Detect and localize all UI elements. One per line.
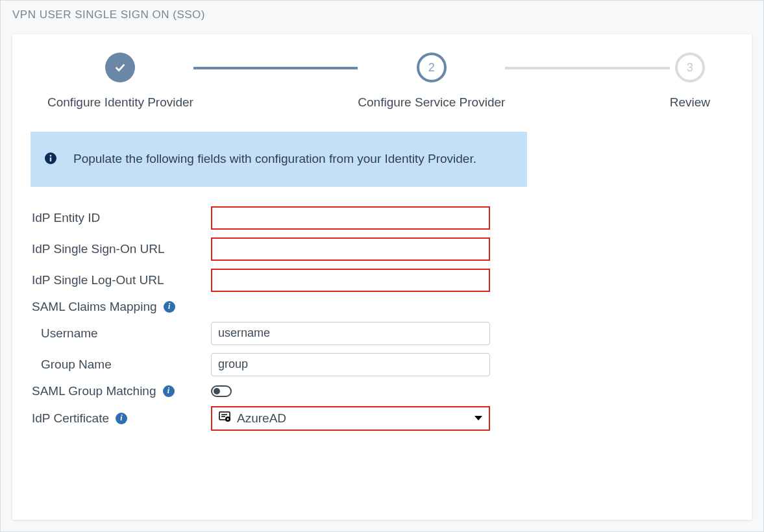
idp-sso-url-label: IdP Single Sign-On URL — [31, 242, 211, 256]
wizard-card: Configure Identity Provider 2 Configure … — [12, 34, 752, 520]
saml-group-matching-text: SAML Group Matching — [32, 384, 156, 398]
step-1[interactable]: Configure Identity Provider — [47, 53, 193, 110]
idp-certificate-text: IdP Certificate — [32, 411, 109, 426]
idp-certificate-label: IdP Certificate i — [31, 411, 211, 426]
check-icon — [113, 60, 127, 75]
step-3-label: Review — [670, 95, 710, 110]
group-name-label: Group Name — [31, 357, 211, 372]
idp-entity-id-label: IdP Entity ID — [31, 211, 211, 225]
idp-certificate-select[interactable]: AzureAD — [211, 406, 490, 431]
username-label: Username — [31, 326, 211, 341]
idp-sso-url-input[interactable] — [211, 237, 490, 261]
chevron-down-icon — [474, 416, 482, 420]
group-name-input[interactable] — [211, 353, 490, 376]
stepper: Configure Identity Provider 2 Configure … — [31, 53, 733, 110]
step-3-circle: 3 — [675, 53, 705, 82]
idp-certificate-value: AzureAD — [237, 411, 469, 426]
idp-slo-url-label: IdP Single Log-Out URL — [31, 273, 211, 287]
info-icon[interactable]: i — [164, 301, 175, 313]
step-2[interactable]: 2 Configure Service Provider — [358, 53, 505, 110]
step-2-label: Configure Service Provider — [358, 95, 505, 110]
svg-rect-2 — [50, 158, 51, 162]
certificate-icon — [219, 411, 232, 426]
info-icon[interactable]: i — [116, 413, 127, 424]
info-banner: Populate the following fields with confi… — [31, 132, 527, 187]
svg-point-1 — [50, 155, 52, 157]
sso-panel: VPN USER SINGLE SIGN ON (SSO) Configure … — [0, 0, 764, 532]
step-3[interactable]: 3 Review — [670, 53, 710, 110]
step-2-circle: 2 — [417, 53, 447, 82]
saml-group-matching-label: SAML Group Matching i — [31, 384, 211, 398]
connector-2-3 — [505, 67, 669, 69]
idp-slo-url-input[interactable] — [211, 269, 490, 292]
svg-point-7 — [227, 418, 229, 420]
saml-claims-mapping-text: SAML Claims Mapping — [32, 300, 157, 314]
connector-1-2 — [193, 67, 358, 69]
info-icon — [45, 152, 56, 167]
toggle-knob — [214, 388, 220, 394]
info-icon[interactable]: i — [163, 385, 175, 397]
step-1-label: Configure Identity Provider — [47, 95, 193, 110]
idp-entity-id-input[interactable] — [211, 206, 490, 230]
panel-title: VPN USER SINGLE SIGN ON (SSO) — [1, 1, 763, 28]
username-input[interactable] — [211, 322, 490, 345]
step-1-circle — [105, 53, 135, 82]
saml-claims-mapping-label: SAML Claims Mapping i — [31, 300, 211, 314]
info-banner-text: Populate the following fields with confi… — [73, 150, 476, 169]
saml-group-matching-toggle[interactable] — [211, 385, 232, 397]
